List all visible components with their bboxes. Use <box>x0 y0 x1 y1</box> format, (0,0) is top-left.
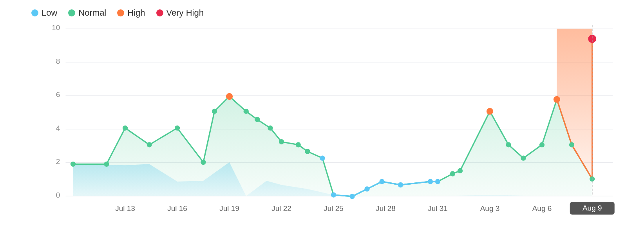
dot-jul23 <box>296 142 301 147</box>
dot-aug7 <box>569 142 574 147</box>
dot-aug6a <box>539 142 545 147</box>
legend-dot-low <box>31 9 38 16</box>
y-label-6: 6 <box>56 90 60 99</box>
x-label-jul16: Jul 16 <box>167 204 187 212</box>
legend-dot-very-high <box>156 9 163 16</box>
legend-item-very-high: Very High <box>156 8 204 18</box>
legend-label-very-high: Very High <box>166 8 204 18</box>
dot-jul31 <box>435 179 440 184</box>
dot-jul30 <box>428 179 433 184</box>
y-label-4: 4 <box>56 124 60 132</box>
y-label-0: 0 <box>56 191 60 199</box>
y-label-2: 2 <box>56 157 60 166</box>
dot-jul24 <box>305 149 310 154</box>
dot-jul18 <box>212 109 217 114</box>
dot-aug5 <box>521 155 526 160</box>
x-label-jul19: Jul 19 <box>219 204 239 212</box>
y-label-10: 10 <box>52 25 60 32</box>
dot-jul16 <box>175 126 180 131</box>
dot-jul25b <box>331 193 336 198</box>
dot-jul22b <box>279 139 284 144</box>
dot-jul19-high <box>226 93 233 100</box>
dot-jul21 <box>255 117 260 122</box>
dot-aug2 <box>458 168 463 173</box>
chart-container: Low Normal High Very High <box>0 0 644 252</box>
dot-jul14 <box>147 142 152 147</box>
x-label-jul22: Jul 22 <box>271 204 291 212</box>
dot-jul25a <box>320 155 325 160</box>
dot-jul26 <box>349 194 355 199</box>
dot-jul12 <box>104 162 109 167</box>
x-label-aug9: Aug 9 <box>582 204 602 212</box>
dot-jul27 <box>364 186 369 191</box>
dot-jul28 <box>379 179 384 184</box>
legend-label-high: High <box>127 8 145 18</box>
x-label-jul25: Jul 25 <box>324 204 344 212</box>
dot-aug6b-high <box>554 96 560 103</box>
dot-jul13 <box>123 126 128 131</box>
legend-item-high: High <box>117 8 145 18</box>
x-label-aug6: Aug 6 <box>532 204 552 212</box>
x-label-jul28: Jul 28 <box>376 204 396 212</box>
dot-jul22 <box>268 126 273 131</box>
dot-jul20 <box>244 109 249 114</box>
legend-dot-high <box>117 9 124 16</box>
dot-jul10 <box>71 162 76 167</box>
chart-legend: Low Normal High Very High <box>27 8 632 18</box>
dot-jul17 <box>201 160 206 165</box>
line-chart: 10 8 6 4 2 0 <box>27 25 632 218</box>
y-label-8: 8 <box>56 57 60 65</box>
x-label-jul13: Jul 13 <box>115 204 135 212</box>
dot-aug3-high <box>487 108 493 115</box>
legend-item-low: Low <box>31 8 57 18</box>
legend-dot-normal <box>68 9 75 16</box>
x-label-aug3: Aug 3 <box>480 204 500 212</box>
legend-label-low: Low <box>42 8 57 18</box>
dot-aug4 <box>506 142 511 147</box>
dot-jul29 <box>398 182 403 187</box>
legend-item-normal: Normal <box>68 8 106 18</box>
dot-aug1 <box>450 171 455 176</box>
legend-label-normal: Normal <box>78 8 106 18</box>
x-label-jul31: Jul 31 <box>428 204 448 212</box>
